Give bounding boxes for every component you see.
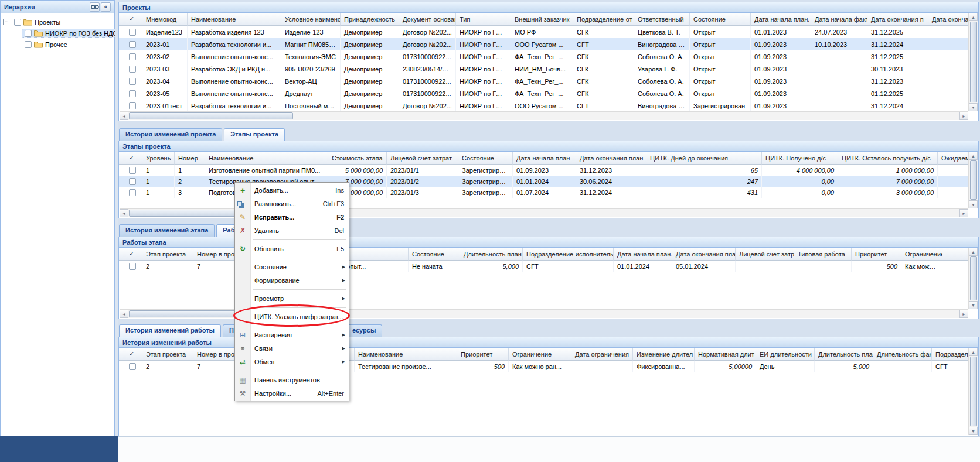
column-header[interactable]: Дата окончания [928, 13, 968, 26]
vscroll-thumb[interactable] [970, 22, 977, 102]
tab-resources[interactable]: есурсы [346, 324, 382, 337]
scroll-up-icon[interactable]: ▲ [969, 152, 978, 160]
column-header[interactable]: ЦИТК. Дней до окончания [646, 152, 762, 165]
column-header[interactable]: Стоимость этапа [328, 152, 387, 165]
tab-work-history[interactable]: История изменений работы [119, 324, 221, 337]
scroll-down-icon[interactable]: ▼ [969, 301, 978, 309]
select-all-header[interactable]: ✓ [119, 13, 142, 26]
search-icon[interactable] [90, 2, 100, 12]
scroll-up-icon[interactable]: ▲ [969, 13, 978, 21]
row-checkbox[interactable] [129, 263, 136, 270]
row-checkbox[interactable] [129, 102, 136, 109]
tab-project-stages[interactable]: Этапы проекта [224, 128, 285, 141]
row-checkbox[interactable] [129, 41, 136, 48]
menu-item-exchange[interactable]: ⇄Обмен▶ [235, 355, 349, 368]
column-header[interactable]: Дата начала факт [811, 13, 867, 26]
row-checkbox[interactable] [129, 53, 136, 60]
row-checkbox[interactable] [129, 29, 136, 36]
column-header[interactable]: Тип [456, 13, 511, 26]
column-header[interactable]: Дата окончания план [672, 248, 736, 261]
scroll-left-icon[interactable]: ◄ [120, 112, 128, 120]
table-row[interactable]: 2023-01тестРазработка технологии и...Пос… [119, 100, 968, 112]
tree-checkbox[interactable] [25, 30, 32, 37]
row-checkbox[interactable] [129, 178, 136, 185]
table-row[interactable]: 11Изготовление опытной партии ПМ0...5 00… [119, 165, 968, 176]
tab-stage-history[interactable]: История изменений этапа [119, 224, 215, 237]
column-header[interactable]: Этап проекта [142, 348, 193, 361]
table-row[interactable]: Изделие123Разработка изделия 123Изделие-… [119, 26, 968, 38]
menu-item-state[interactable]: Состояние▶ [235, 260, 349, 273]
scroll-down-icon[interactable]: ▼ [969, 103, 978, 111]
vscroll-thumb[interactable] [970, 160, 977, 200]
menu-item-links[interactable]: ⚭Связи▶ [235, 341, 349, 355]
column-header[interactable]: Наименование [355, 348, 457, 361]
row-checkbox[interactable] [129, 189, 136, 196]
column-header[interactable]: Условное наименова [281, 13, 341, 26]
tree-checkbox[interactable] [14, 19, 21, 26]
menu-item-edit[interactable]: ✎Исправить...F2 [235, 210, 349, 224]
column-header[interactable]: Дата начала план. [751, 13, 811, 26]
table-row[interactable]: 2023-01Разработка технологии и...Магнит … [119, 38, 968, 50]
scroll-right-icon[interactable]: ► [959, 209, 968, 217]
column-header[interactable]: Длительность пла [815, 348, 873, 361]
column-header[interactable]: ЦИТК. Осталось получить д/с [838, 152, 938, 165]
scroll-down-icon[interactable]: ▼ [969, 200, 978, 208]
column-header[interactable]: Документ-основан [399, 13, 456, 26]
column-header[interactable]: Приоритет [852, 248, 901, 261]
scroll-up-icon[interactable]: ▲ [969, 248, 978, 256]
column-header[interactable]: Уровень [142, 152, 175, 165]
column-header[interactable]: Принадлежность [341, 13, 399, 26]
row-checkbox[interactable] [129, 167, 136, 174]
tree-checkbox[interactable] [25, 41, 32, 48]
column-header[interactable]: Состояние [458, 152, 513, 165]
row-checkbox[interactable] [129, 78, 136, 85]
scroll-left-icon[interactable]: ◄ [120, 310, 128, 318]
column-header[interactable]: Дата начала план. [614, 248, 672, 261]
collapse-node-icon[interactable]: − [3, 19, 9, 25]
menu-item-duplicate[interactable]: Размножить...Ctrl+F3 [235, 197, 349, 210]
column-header[interactable]: Подразделение-исполнитель. [523, 248, 614, 261]
row-checkbox[interactable] [129, 90, 136, 97]
horizontal-scrollbar[interactable]: ◄► [120, 111, 968, 120]
collapse-panel-icon[interactable]: « [101, 2, 111, 12]
column-header[interactable]: Приоритет [457, 348, 509, 361]
column-header[interactable]: Нормативная длит [695, 348, 756, 361]
tree-node-other[interactable]: Прочее [1, 39, 114, 50]
menu-item-toolbar-panel[interactable]: ▦Панель инструментов [235, 373, 349, 386]
column-header[interactable]: Лицевой счёт затрат [387, 152, 458, 165]
column-header[interactable]: Длительность фак [873, 348, 932, 361]
column-header[interactable] [942, 248, 968, 261]
scroll-right-icon[interactable]: ► [959, 310, 968, 318]
table-row[interactable]: 2023-02Выполнение опытно-конс...Технолог… [119, 50, 968, 63]
vscroll-thumb[interactable] [970, 357, 977, 426]
tree-node-projects[interactable]: −Проекты [1, 16, 114, 28]
menu-item-citk-cost-code[interactable]: ЦИТК. Указать шифр затрат... [235, 310, 349, 323]
table-row[interactable]: 2023-03Разработка ЭКД и РКД н...905-U020… [119, 63, 968, 75]
scroll-left-icon[interactable]: ◄ [120, 209, 128, 217]
vertical-scrollbar[interactable]: ▲▼ [968, 348, 978, 435]
column-header[interactable]: Дата начала план [513, 152, 576, 165]
menu-item-view[interactable]: Просмотр▶ [235, 292, 349, 305]
menu-item-extensions[interactable]: ⊞Расширения▶ [235, 328, 349, 341]
menu-item-refresh[interactable]: ↻ОбновитьF5 [235, 242, 349, 255]
column-header[interactable]: Подразделение-от [573, 13, 634, 26]
vertical-scrollbar[interactable]: ▲▼ [968, 13, 978, 111]
column-header[interactable]: Внешний заказчик [511, 13, 573, 26]
column-header[interactable]: Дата ограничения [571, 348, 633, 361]
vscroll-thumb[interactable] [970, 256, 977, 300]
vertical-scrollbar[interactable]: ▲▼ [968, 248, 978, 309]
table-row[interactable]: 2023-04Выполнение опытно-конс...Вектор-А… [119, 75, 968, 87]
menu-item-formation[interactable]: Формирование▶ [235, 273, 349, 287]
column-header[interactable]: ЦИТК. Получено д/с [762, 152, 838, 165]
column-header[interactable]: Этап проекта [142, 248, 193, 261]
column-header[interactable]: Наименование [205, 152, 328, 165]
column-header[interactable]: ЕИ длительности [756, 348, 815, 361]
menu-item-delete[interactable]: ✗УдалитьDel [235, 224, 349, 237]
column-header[interactable]: Длительность план▼ [460, 248, 523, 261]
row-checkbox[interactable] [129, 363, 136, 370]
select-all-header[interactable]: ✓ [119, 152, 142, 165]
column-header[interactable]: Дата окончания план [576, 152, 646, 165]
column-header[interactable]: Наименование [188, 13, 281, 26]
column-header[interactable]: Ограничение [509, 348, 571, 361]
scroll-down-icon[interactable]: ▼ [969, 427, 978, 435]
